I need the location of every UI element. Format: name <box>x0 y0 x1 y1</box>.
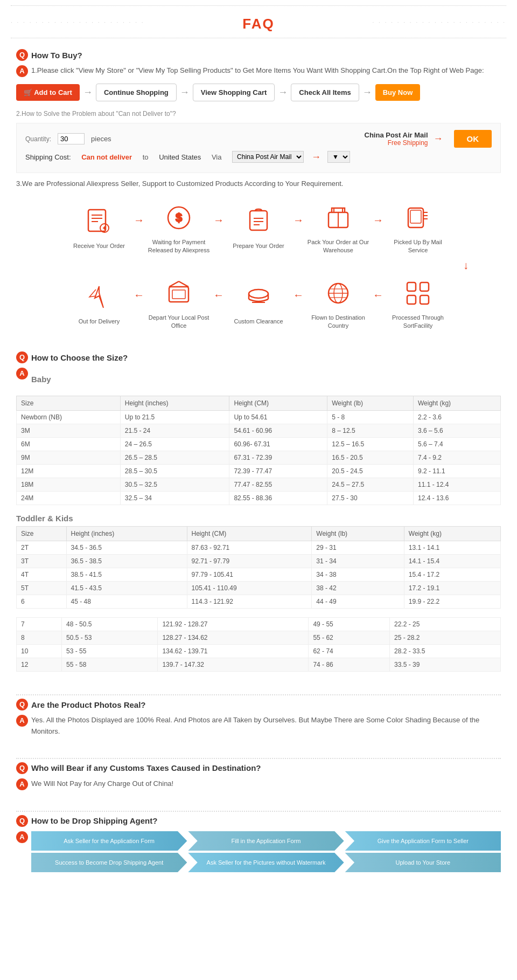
shipping-info: China Post Air Mail Free Shipping <box>365 131 428 147</box>
table-cell: 12 <box>17 658 62 672</box>
q3-text: 3.We are Professional Aliexpress Seller,… <box>16 180 343 188</box>
table-cell: 24M <box>17 492 121 505</box>
svg-rect-36 <box>420 282 429 291</box>
flow-arrow5: ← <box>134 289 144 301</box>
svg-line-25 <box>179 281 188 287</box>
q1-row: Q How To Buy? <box>16 49 501 61</box>
table-cell: 16.5 - 20.5 <box>327 451 414 465</box>
toddler-col-height-in: Height (inches) <box>66 527 187 541</box>
flow-label-flown: Flown to Destination Country <box>306 314 371 330</box>
q1-label: Q <box>16 49 28 61</box>
photos-section: Q Are the Product Photos Real? A Yes. Al… <box>0 686 517 749</box>
q-size-row: Q How to Choose the Size? <box>16 351 501 363</box>
shipping-method-arrow: → <box>311 151 321 163</box>
view-shopping-cart-button[interactable]: View Shopping Cart <box>193 84 275 101</box>
add-to-cart-button[interactable]: 🛒 Add to Cart <box>16 84 80 101</box>
shipping-option-select[interactable]: ▼ <box>327 151 350 163</box>
table-cell: 128.27 - 134.62 <box>158 631 309 645</box>
flow-label-prepare: Prepare Your Order <box>233 242 284 250</box>
flow-step-receive: Receive Your Order <box>67 204 131 250</box>
svg-rect-18 <box>410 210 421 223</box>
ok-button[interactable]: OK <box>454 130 492 148</box>
table-cell: 3.6 – 5.6 <box>413 424 500 438</box>
arrow1: → <box>83 87 93 98</box>
flow-row2: Out for Delivery ← Depart Your Local Pos… <box>16 276 501 330</box>
q-customs-row: Q Who will Bear if any Customs Taxes Cau… <box>16 762 501 774</box>
table-row: 4T38.5 - 41.597.79 - 105.4134 - 3815.4 -… <box>17 568 501 582</box>
table-cell: 12.4 - 13.6 <box>413 492 500 505</box>
flow-step-delivery: Out for Delivery <box>67 280 131 326</box>
older-table-body: 748 - 50.5121.92 - 128.2749 - 5522.2 - 2… <box>17 618 501 672</box>
table-cell: 11.1 - 12.4 <box>413 478 500 492</box>
order-flow: Receive Your Order → $ Waiting for Payme… <box>16 198 501 333</box>
baby-title: Baby <box>31 373 51 386</box>
drop-step2: Fill in the Application Form <box>188 831 344 851</box>
flow-arrow1: → <box>134 214 144 226</box>
q-photos-text: Are the Product Photos Real? <box>31 700 146 709</box>
a-size-label: A <box>16 368 28 379</box>
faq-title: FAQ <box>242 16 274 32</box>
table-row: 1053 - 55134.62 - 139.7162 - 7428.2 - 33… <box>17 645 501 658</box>
customs-icon <box>241 280 276 314</box>
sort-icon <box>401 276 435 310</box>
arrow3: → <box>278 87 288 98</box>
flow-row1: Receive Your Order → $ Waiting for Payme… <box>16 201 501 255</box>
table-cell: 48 - 50.5 <box>62 618 158 631</box>
down-arrow: ↓ <box>463 259 469 272</box>
a-customs-label: A <box>16 778 28 790</box>
table-cell: 2T <box>17 541 67 555</box>
table-cell: 3M <box>17 424 121 438</box>
a-photos-text: Yes. All the Photos Displayed are 100% R… <box>31 715 501 737</box>
table-cell: 38.5 - 41.5 <box>66 568 187 582</box>
table-cell: 72.39 - 77.47 <box>229 465 327 478</box>
table-cell: 34.5 - 36.5 <box>66 541 187 555</box>
svg-rect-38 <box>420 295 429 304</box>
flow-arrow6: ← <box>213 289 224 301</box>
qty-input[interactable] <box>58 133 85 144</box>
table-cell: 14.1 - 15.4 <box>404 555 500 568</box>
table-cell: 97.79 - 105.41 <box>187 568 312 582</box>
flow-arrow7: ← <box>293 289 304 301</box>
flow-arrow8: ← <box>373 289 383 301</box>
table-row: 12M28.5 – 30.572.39 - 77.4720.5 - 24.59.… <box>17 465 501 478</box>
drop-step5: Ask Seller for the Pictures without Wate… <box>188 853 344 872</box>
faq-dots-left: · · · · · · · · · · · · · · · · · · · · … <box>11 19 144 25</box>
svg-rect-37 <box>407 295 416 304</box>
svg-rect-35 <box>407 282 416 291</box>
table-cell: 77.47 - 82.55 <box>229 478 327 492</box>
pickup-icon <box>401 201 435 235</box>
table-cell: 28.2 - 33.5 <box>389 645 500 658</box>
flow-label-receive: Receive Your Order <box>73 242 125 250</box>
buy-now-button[interactable]: Buy Now <box>375 84 421 101</box>
table-row: 645 - 48114.3 - 121.9244 - 4919.9 - 22.2 <box>17 595 501 609</box>
arrow2: → <box>180 87 190 98</box>
depart-icon <box>162 276 196 310</box>
via-text: Via <box>212 153 222 161</box>
baby-col-size: Size <box>17 396 121 411</box>
table-cell: 18M <box>17 478 121 492</box>
flow-step-flown: Flown to Destination Country <box>306 276 371 330</box>
table-cell: 92.71 - 97.79 <box>187 555 312 568</box>
table-cell: 134.62 - 139.71 <box>158 645 309 658</box>
toddler-table-body: 2T34.5 - 36.587.63 - 92.7129 - 3113.1 - … <box>17 541 501 609</box>
drop-row1: Ask Seller for the Application Form Fill… <box>31 831 501 851</box>
table-cell: 5.6 – 7.4 <box>413 438 500 451</box>
table-cell: 74 - 86 <box>309 658 390 672</box>
flow-step-customs: Custom Clearance <box>226 280 291 326</box>
table-cell: 60.96- 67.31 <box>229 438 327 451</box>
table-cell: 25 - 28.2 <box>389 631 500 645</box>
continue-shopping-button[interactable]: Continue Shopping <box>96 84 177 101</box>
svg-rect-9 <box>250 211 267 230</box>
size-section: Q How to Choose the Size? A Baby Size He… <box>0 346 517 686</box>
check-all-items-button[interactable]: Check All Items <box>291 84 359 101</box>
shipping-method-select[interactable]: China Post Air Mail EMS ePacket <box>232 151 304 163</box>
country-text: United States <box>159 153 201 161</box>
table-row: 850.5 - 53128.27 - 134.6255 - 6225 - 28.… <box>17 631 501 645</box>
qty-label: Quantity: <box>25 135 51 143</box>
a-dropship-label: A <box>16 831 28 843</box>
drop-step3: Give the Application Form to Seller <box>345 831 501 851</box>
table-cell: 20.5 - 24.5 <box>327 465 414 478</box>
table-row: 3T36.5 - 38.592.71 - 97.7931 - 3414.1 - … <box>17 555 501 568</box>
table-cell: Up to 54.61 <box>229 411 327 424</box>
flow-label-pack: Pack Your Order at Our Warehouse <box>306 238 371 255</box>
